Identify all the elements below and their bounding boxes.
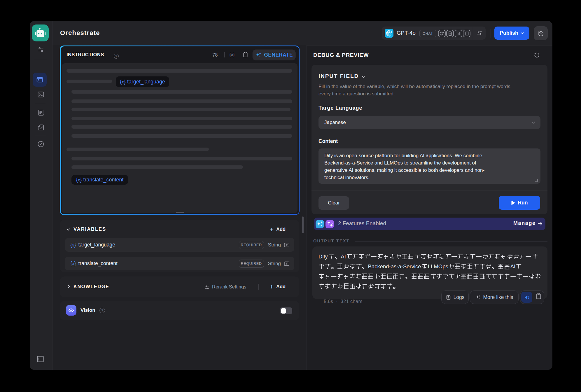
svg-text:LLMOps: LLMOps [428, 263, 448, 270]
svg-text:Backend-as-a-Service: Backend-as-a-Service [368, 263, 421, 270]
svg-text:AI: AI [510, 263, 515, 270]
svg-text:Dify: Dify [318, 253, 328, 260]
svg-text:AI: AI [341, 253, 346, 260]
